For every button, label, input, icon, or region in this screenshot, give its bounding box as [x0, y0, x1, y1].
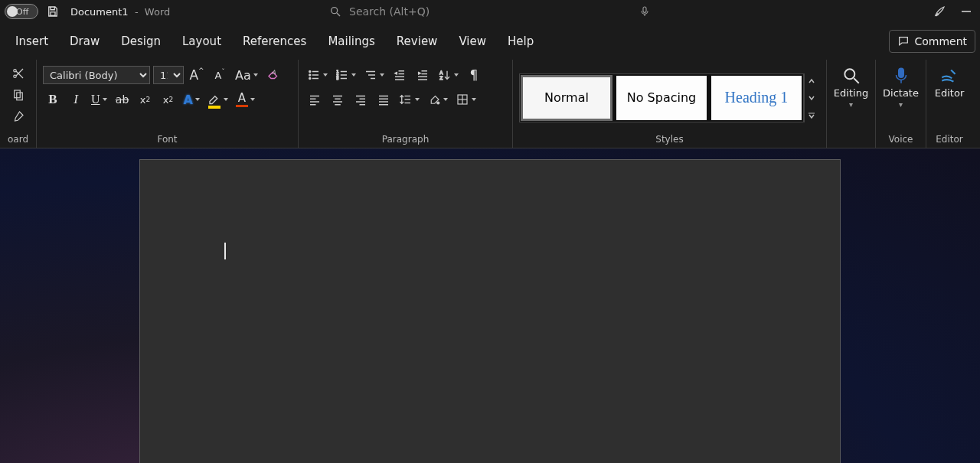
pilcrow-icon: ¶: [470, 67, 479, 83]
font-name-select[interactable]: Calibri (Body): [43, 66, 150, 84]
tab-view[interactable]: View: [448, 27, 497, 56]
outdent-icon: [393, 68, 407, 82]
font-group: Calibri (Body) 11 A^ Aˇ Aa A B I U ab x2…: [37, 60, 299, 148]
subscript-button[interactable]: x2: [136, 89, 155, 110]
dictate-button[interactable]: Dictate ▾: [878, 64, 923, 124]
svg-point-15: [309, 78, 311, 80]
editing-button[interactable]: Editing ▾: [829, 64, 873, 124]
rocket-icon[interactable]: [933, 5, 946, 18]
align-right-icon: [354, 93, 368, 106]
ribbon: oard Calibri (Body) 11 A^ Aˇ Aa A B I: [0, 60, 980, 148]
svg-text:A: A: [272, 69, 276, 76]
document-canvas[interactable]: [0, 148, 980, 463]
underline-button[interactable]: U: [89, 89, 109, 110]
strikethrough-button[interactable]: ab: [113, 89, 132, 110]
decrease-indent-button[interactable]: [390, 64, 410, 86]
tab-review[interactable]: Review: [386, 27, 449, 56]
font-color-button[interactable]: A: [234, 89, 257, 110]
tab-mailings[interactable]: Mailings: [317, 27, 385, 56]
style-card-no-spacing[interactable]: No Spacing: [616, 76, 707, 120]
tab-draw[interactable]: Draw: [59, 27, 110, 56]
chevron-down-icon: [808, 94, 815, 102]
comment-icon: [897, 35, 910, 47]
justify-button[interactable]: [374, 89, 394, 110]
line-spacing-button[interactable]: [397, 89, 422, 110]
align-left-icon: [308, 93, 322, 106]
italic-button[interactable]: I: [66, 89, 86, 110]
bold-button[interactable]: B: [43, 89, 63, 110]
svg-line-65: [854, 78, 859, 83]
shading-button[interactable]: [425, 89, 450, 110]
show-marks-button[interactable]: ¶: [464, 64, 484, 86]
multilevel-list-button[interactable]: [361, 64, 387, 86]
cut-button[interactable]: [6, 64, 30, 83]
mic-icon[interactable]: [639, 5, 651, 18]
search-icon: [329, 5, 341, 18]
voice-group: Dictate ▾ Voice: [876, 60, 926, 148]
minimize-button[interactable]: [957, 2, 975, 21]
styles-gallery-scroll: [804, 73, 818, 122]
title-bar: Off Document1 - Word Search (Alt+Q): [0, 0, 980, 23]
styles-scroll-up[interactable]: [805, 75, 818, 87]
increase-indent-button[interactable]: [413, 64, 433, 86]
svg-rect-0: [51, 12, 55, 16]
change-case-button[interactable]: Aa: [233, 64, 260, 86]
menu-bar: Insert Draw Design Layout References Mai…: [0, 23, 980, 60]
comment-button[interactable]: Comment: [889, 30, 975, 53]
grow-font-button[interactable]: A^: [187, 64, 207, 86]
align-left-button[interactable]: [305, 89, 325, 110]
chevron-down-icon: ▾: [849, 100, 853, 109]
brush-icon: [11, 109, 25, 123]
svg-line-2: [337, 13, 340, 16]
search-placeholder: Search (Alt+Q): [349, 5, 430, 18]
editor-button[interactable]: Editor: [930, 64, 969, 124]
numbering-icon: 123: [335, 68, 349, 82]
tab-layout[interactable]: Layout: [172, 27, 232, 56]
clipboard-group-label: oard: [6, 131, 30, 146]
styles-scroll-down[interactable]: [805, 92, 818, 104]
autosave-toggle[interactable]: Off: [5, 4, 38, 19]
font-size-select[interactable]: 11: [153, 66, 184, 84]
styles-group: Normal No Spacing Heading 1 Styles: [513, 60, 827, 148]
svg-rect-66: [898, 68, 903, 77]
text-effects-button[interactable]: A: [181, 89, 202, 110]
style-card-heading-1[interactable]: Heading 1: [711, 76, 802, 120]
justify-icon: [377, 93, 390, 106]
tab-insert[interactable]: Insert: [5, 27, 59, 56]
voice-group-label: Voice: [882, 131, 920, 146]
shrink-font-button[interactable]: Aˇ: [210, 64, 230, 86]
format-painter-button[interactable]: [6, 107, 30, 126]
align-right-button[interactable]: [351, 89, 371, 110]
svg-rect-10: [14, 90, 20, 98]
paint-bucket-icon: [427, 93, 441, 106]
align-center-icon: [331, 93, 345, 106]
tab-references[interactable]: References: [232, 27, 317, 56]
tab-help[interactable]: Help: [497, 27, 544, 56]
align-center-button[interactable]: [328, 89, 348, 110]
clear-formatting-button[interactable]: A: [263, 64, 283, 86]
copy-icon: [11, 88, 25, 102]
line-spacing-icon: [399, 93, 413, 106]
numbering-button[interactable]: 123: [333, 64, 358, 86]
tab-design[interactable]: Design: [110, 27, 172, 56]
borders-button[interactable]: [453, 89, 479, 110]
copy-button[interactable]: [6, 86, 30, 104]
eraser-icon: A: [266, 68, 280, 82]
editing-group: Editing ▾: [827, 60, 876, 148]
sort-button[interactable]: AZ: [436, 64, 461, 86]
document-page[interactable]: [139, 159, 841, 463]
save-button[interactable]: [46, 5, 60, 18]
style-card-normal[interactable]: Normal: [521, 76, 612, 120]
borders-icon: [456, 93, 469, 106]
superscript-button[interactable]: x2: [158, 89, 178, 110]
styles-expand[interactable]: [805, 109, 818, 121]
bullets-button[interactable]: [305, 64, 330, 86]
font-group-label: Font: [43, 131, 292, 146]
highlight-button[interactable]: [205, 89, 230, 110]
highlight-icon: [207, 91, 221, 105]
document-title: Document1: [70, 6, 129, 18]
indent-icon: [416, 68, 430, 82]
svg-point-64: [844, 69, 854, 79]
save-icon: [46, 5, 60, 18]
search-box[interactable]: Search (Alt+Q): [329, 5, 651, 18]
